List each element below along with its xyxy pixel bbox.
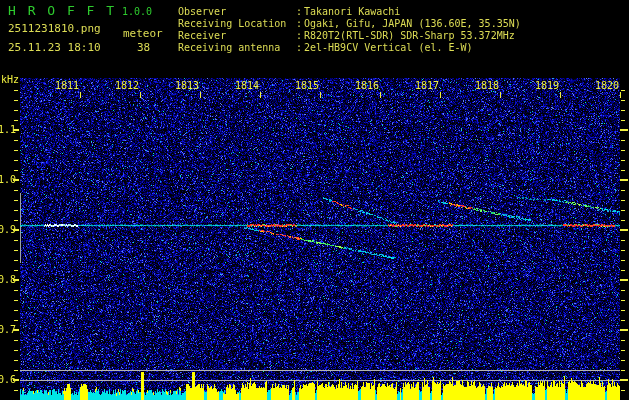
- spectrogram-canvas: [0, 0, 629, 400]
- station-info-value: Takanori Kawachi: [304, 6, 400, 17]
- output-filename: 2511231810.png: [8, 22, 101, 35]
- timestamp: 25.11.23 18:10: [8, 41, 101, 54]
- y-tick-label-0.6: 0.6: [0, 374, 14, 385]
- x-tick-label-1812: 1812: [114, 80, 139, 91]
- x-tick-label-1818: 1818: [474, 80, 499, 91]
- station-info-row: Observer:Takanori Kawachi: [178, 6, 400, 17]
- mode-label: meteor: [123, 27, 163, 40]
- station-info-value: Ogaki, Gifu, JAPAN (136.60E, 35.35N): [304, 18, 521, 29]
- hrofft-output: H R O F F T 1.0.0 2511231810.png meteor …: [0, 0, 629, 400]
- station-info-separator: :: [296, 18, 304, 29]
- x-tick-label-1814: 1814: [234, 80, 259, 91]
- station-info-label: Receiver: [178, 30, 296, 41]
- x-tick-label-1811: 1811: [54, 80, 79, 91]
- station-info-row: Receiving antenna:2el-HB9CV Vertical (el…: [178, 42, 473, 53]
- station-info-value: 2el-HB9CV Vertical (el. E-W): [304, 42, 473, 53]
- y-tick-label-1.0: 1.0: [0, 174, 14, 185]
- app-version: 1.0.0: [122, 6, 152, 17]
- station-info-label: Receiving Location: [178, 18, 296, 29]
- y-tick-label-1.1: 1.1: [0, 124, 14, 135]
- meteor-count: 38: [137, 41, 150, 54]
- station-info-separator: :: [296, 6, 304, 17]
- x-tick-label-1817: 1817: [414, 80, 439, 91]
- station-info-label: Observer: [178, 6, 296, 17]
- x-tick-label-1813: 1813: [174, 80, 199, 91]
- x-tick-label-1819: 1819: [534, 80, 559, 91]
- y-tick-label-0.7: 0.7: [0, 324, 14, 335]
- station-info-separator: :: [296, 30, 304, 41]
- station-info-value: R820T2(RTL-SDR) SDR-Sharp 53.372MHz: [304, 30, 515, 41]
- app-title: H R O F F T: [8, 3, 116, 18]
- frequency-unit-label: kHz: [1, 74, 19, 85]
- station-info-separator: :: [296, 42, 304, 53]
- x-tick-label-1815: 1815: [294, 80, 319, 91]
- x-tick-label-1820: 1820: [594, 80, 619, 91]
- station-info-label: Receiving antenna: [178, 42, 296, 53]
- station-info-row: Receiver:R820T2(RTL-SDR) SDR-Sharp 53.37…: [178, 30, 515, 41]
- x-tick-label-1816: 1816: [354, 80, 379, 91]
- y-tick-label-0.8: 0.8: [0, 274, 14, 285]
- station-info-row: Receiving Location:Ogaki, Gifu, JAPAN (1…: [178, 18, 521, 29]
- y-tick-label-0.9: 0.9: [0, 224, 14, 235]
